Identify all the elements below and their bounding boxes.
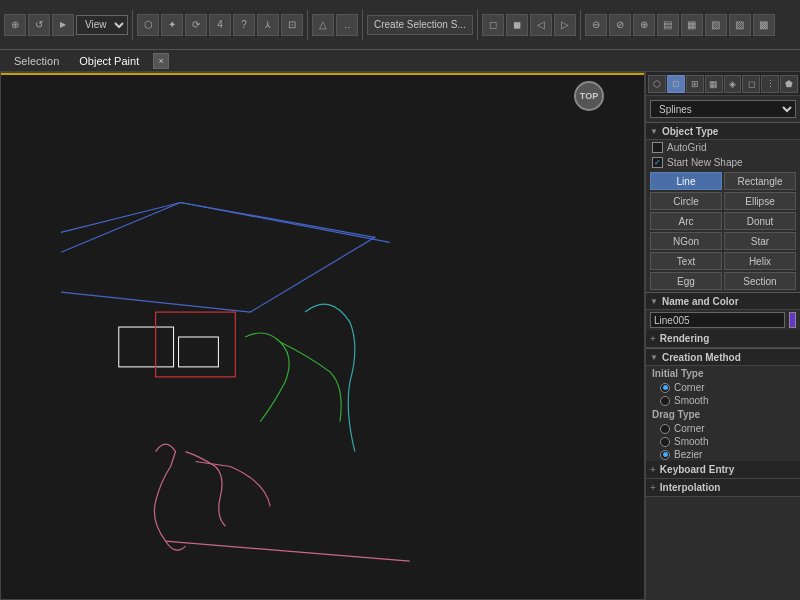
ellipse-button[interactable]: Ellipse [724,192,796,210]
name-color-title: Name and Color [662,296,739,307]
toolbar-icon-18[interactable]: ▦ [681,14,703,36]
plus-icon-interpolation: + [650,482,656,493]
toolbar-icon-19[interactable]: ▧ [705,14,727,36]
menubar: Selection Object Paint × [0,50,800,72]
panel-icon-1[interactable]: ⊡ [667,75,685,93]
divider-3 [362,10,363,40]
toolbar-icon-13[interactable]: ▷ [554,14,576,36]
menu-object-paint[interactable]: Object Paint [69,53,149,69]
drag-smooth-row: Smooth [646,435,800,448]
panel-icon-6[interactable]: ⋮ [761,75,779,93]
toolbar-icon-12[interactable]: ◁ [530,14,552,36]
name-color-section-header[interactable]: ▼ Name and Color [646,292,800,310]
panel-icons: ⬡ ⊡ ⊞ ▦ ◈ ◻ ⋮ ⬟ [646,72,800,96]
drag-corner-radio[interactable] [660,424,670,434]
panel-icon-5[interactable]: ◻ [742,75,760,93]
keyboard-entry-title: Keyboard Entry [660,464,734,475]
divider-2 [307,10,308,40]
toolbar-icon-6[interactable]: ⅄ [257,14,279,36]
rendering-title: Rendering [660,333,709,344]
circle-button[interactable]: Circle [650,192,722,210]
menu-selection[interactable]: Selection [4,53,69,69]
rectangle-button[interactable]: Rectangle [724,172,796,190]
toolbar-icon-9[interactable]: ‥ [336,14,358,36]
autogrid-checkbox[interactable] [652,142,663,153]
toolbar-icon-20[interactable]: ▨ [729,14,751,36]
toolbar-icon-17[interactable]: ▤ [657,14,679,36]
splines-dropdown[interactable]: Splines Geometry Lights Cameras [650,100,796,118]
right-panel: ⬡ ⊡ ⊞ ▦ ◈ ◻ ⋮ ⬟ Splines Geometry Lights … [645,72,800,600]
panel-icon-2[interactable]: ⊞ [686,75,704,93]
start-new-shape-checkbox[interactable]: ✓ [652,157,663,168]
viewport-label: TOP [574,81,604,111]
object-type-section-header[interactable]: ▼ Object Type [646,122,800,140]
svg-rect-2 [119,327,174,367]
toolbar-icon-play[interactable]: ▶ [52,14,74,36]
autogrid-row: AutoGrid [646,140,800,155]
toolbar-icon-11[interactable]: ◼ [506,14,528,36]
panel-icon-7[interactable]: ⬟ [780,75,798,93]
object-type-title: Object Type [662,126,719,137]
drag-smooth-label: Smooth [674,436,708,447]
toolbar-icon-4[interactable]: 4 [209,14,231,36]
line-button[interactable]: Line [650,172,722,190]
drag-smooth-radio[interactable] [660,437,670,447]
menu-pin-button[interactable]: × [153,53,169,69]
toolbar-icon-14[interactable]: ⊖ [585,14,607,36]
plus-icon-rendering: + [650,333,656,344]
svg-line-0 [181,203,390,243]
toolbar-icon-undo[interactable]: ↺ [28,14,50,36]
collapse-arrow-name-color: ▼ [650,297,658,306]
color-swatch[interactable] [789,312,796,328]
star-button[interactable]: Star [724,232,796,250]
panel-icon-4[interactable]: ◈ [724,75,742,93]
name-color-row [646,310,800,330]
initial-smooth-radio[interactable] [660,396,670,406]
toolbar-icon-7[interactable]: ⊡ [281,14,303,36]
creation-method-section-header[interactable]: ▼ Creation Method [646,348,800,366]
plus-icon-keyboard: + [650,464,656,475]
panel-icon-3[interactable]: ▦ [705,75,723,93]
text-button[interactable]: Text [650,252,722,270]
view-dropdown[interactable]: View [76,15,128,35]
toolbar-icon-3[interactable]: ⟳ [185,14,207,36]
initial-corner-label: Corner [674,382,705,393]
keyboard-entry-section-header[interactable]: + Keyboard Entry [646,461,800,479]
interpolation-section-header[interactable]: + Interpolation [646,479,800,497]
toolbar-icon-2[interactable]: ✦ [161,14,183,36]
initial-corner-radio[interactable] [660,383,670,393]
toolbar-icon-15[interactable]: ⊘ [609,14,631,36]
toolbar-icon-5[interactable]: ? [233,14,255,36]
name-input[interactable] [650,312,785,328]
drag-bezier-row: Bezier [646,448,800,461]
toolbar-icon-8[interactable]: △ [312,14,334,36]
collapse-arrow-creation: ▼ [650,353,658,362]
drag-type-label: Drag Type [646,407,800,422]
rendering-section-header[interactable]: + Rendering [646,330,800,348]
arc-button[interactable]: Arc [650,212,722,230]
toolbar-icon-21[interactable]: ▩ [753,14,775,36]
donut-button[interactable]: Donut [724,212,796,230]
helix-button[interactable]: Helix [724,252,796,270]
drag-bezier-radio[interactable] [660,450,670,460]
divider-1 [132,10,133,40]
toolbar: ⊕ ↺ ▶ View ⬡ ✦ ⟳ 4 ? ⅄ ⊡ △ ‥ Create Sele… [0,0,800,50]
main-area: TOP ⬡ ⊡ [0,72,800,600]
panel-icon-0[interactable]: ⬡ [648,75,666,93]
egg-button[interactable]: Egg [650,272,722,290]
initial-type-label: Initial Type [646,366,800,381]
collapse-arrow-object-type: ▼ [650,127,658,136]
toolbar-icon-10[interactable]: ◻ [482,14,504,36]
section-button[interactable]: Section [724,272,796,290]
drag-corner-row: Corner [646,422,800,435]
drag-corner-label: Corner [674,423,705,434]
divider-4 [477,10,478,40]
toolbar-icon-1[interactable]: ⬡ [137,14,159,36]
divider-5 [580,10,581,40]
shape-buttons-grid: Line Rectangle Circle Ellipse Arc Donut … [646,170,800,292]
toolbar-icon-snap[interactable]: ⊕ [4,14,26,36]
toolbar-icon-16[interactable]: ⊕ [633,14,655,36]
viewport[interactable]: TOP [0,72,645,600]
create-selection-button[interactable]: Create Selection S... [367,15,473,35]
ngon-button[interactable]: NGon [650,232,722,250]
